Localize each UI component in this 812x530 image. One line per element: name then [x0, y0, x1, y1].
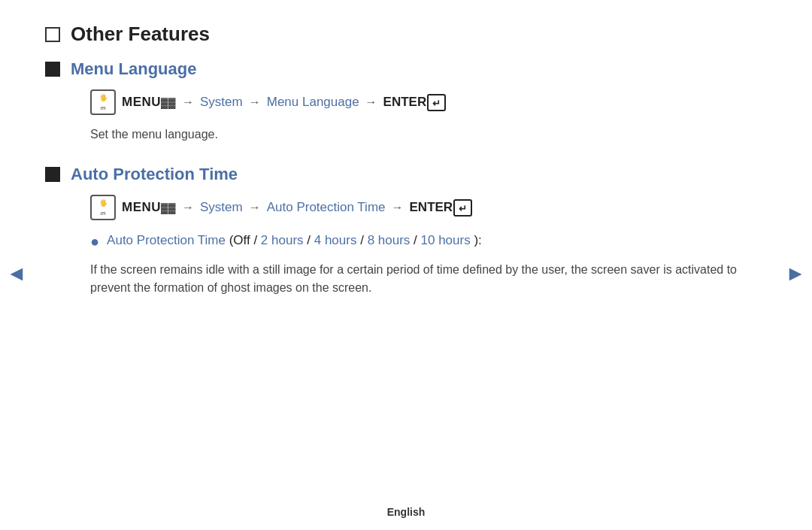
subsection-auto-protection: Auto Protection Time 🖐 m MENU▓▓ → System… [45, 165, 767, 297]
footer-language: English [387, 506, 426, 518]
enter-button-2: ENTER [410, 199, 473, 217]
menu-language-description: Set the menu language. [90, 126, 767, 144]
menu-link-system-1: System [200, 95, 243, 110]
menu-link-auto-protection: Auto Protection Time [267, 200, 386, 215]
enter-icon-1 [427, 94, 446, 111]
bullet-dot-icon: ● [90, 231, 99, 252]
enter-button-1: ENTER [383, 94, 447, 111]
section-checkbox-icon [45, 27, 60, 42]
menu-keyword: MENU▓▓ [122, 95, 176, 110]
menu-link-menu-language: Menu Language [267, 95, 359, 110]
separator-2: / [360, 233, 367, 247]
menu-path-auto-protection: 🖐 m MENU▓▓ → System → Auto Protection Ti… [90, 195, 767, 220]
bullet-auto-protection: ● Auto Protection Time (Off / 2 hours / … [90, 231, 767, 252]
separator-1: / [307, 233, 314, 247]
menu-path-menu-language: 🖐 m MENU▓▓ → System → Menu Language → EN… [90, 89, 767, 115]
nav-arrow-left[interactable]: ◄ [6, 262, 27, 286]
subsection-square-icon [45, 62, 60, 77]
menu-arrow-3: → [365, 95, 377, 109]
option-10hours: 10 hours [421, 233, 471, 247]
bullet-auto-protection-text: Auto Protection Time (Off / 2 hours / 4 … [107, 231, 482, 250]
subsection-title-auto-protection: Auto Protection Time [71, 165, 238, 184]
auto-protection-description: If the screen remains idle with a still … [90, 261, 767, 297]
option-8hours: 8 hours [368, 233, 411, 247]
enter-icon-2 [453, 199, 472, 217]
subsection-title-menu-language: Menu Language [71, 59, 196, 79]
menu-icon-2: 🖐 m [90, 195, 116, 220]
subsection-menu-language: Menu Language 🖐 m MENU▓▓ → System → Menu… [45, 59, 767, 144]
option-4hours: 4 hours [314, 233, 357, 247]
bullet-paren-close: ): [474, 233, 481, 247]
subsection-square-icon-2 [45, 167, 60, 182]
menu-arrow-1: → [182, 95, 194, 109]
menu-arrow-4: → [182, 201, 194, 214]
main-section-header: Other Features [45, 23, 767, 46]
subsection-header-menu-language: Menu Language [45, 59, 767, 79]
separator-3: / [414, 233, 420, 247]
menu-arrow-5: → [249, 201, 261, 214]
bullet-paren-open: (Off / [229, 233, 261, 247]
menu-arrow-6: → [392, 201, 404, 214]
bullet-label: Auto Protection Time [107, 233, 226, 247]
page-title: Other Features [71, 23, 210, 46]
option-2hours: 2 hours [261, 233, 304, 247]
menu-link-system-2: System [200, 200, 243, 215]
nav-arrow-right[interactable]: ► [785, 262, 806, 286]
menu-icon: 🖐 m [90, 89, 116, 115]
subsection-header-auto-protection: Auto Protection Time [45, 165, 767, 184]
menu-arrow-2: → [249, 95, 261, 109]
menu-keyword-2: MENU▓▓ [122, 200, 176, 215]
